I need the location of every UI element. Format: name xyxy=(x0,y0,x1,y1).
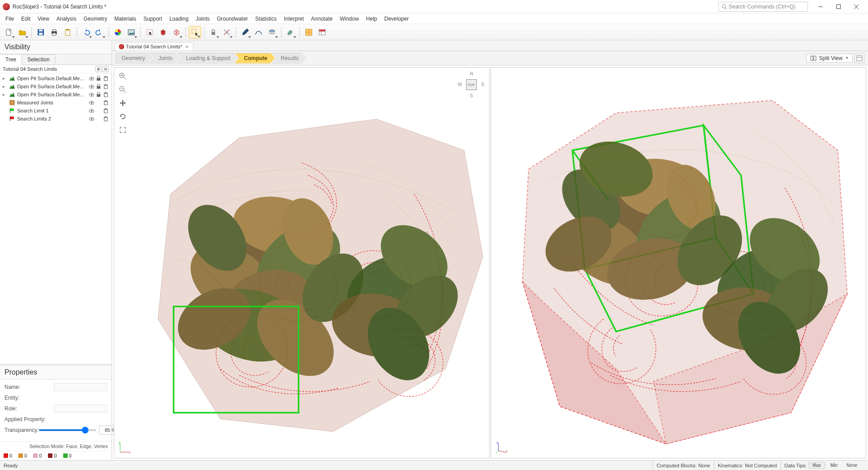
delete-icon[interactable] xyxy=(103,99,109,106)
menu-loading[interactable]: Loading xyxy=(166,14,192,23)
zoom-in-icon[interactable] xyxy=(117,70,129,82)
lock-icon[interactable] xyxy=(95,83,102,90)
document-tab[interactable]: Tutorial 04 Search Limits* ✕ xyxy=(115,42,194,51)
minimize-button[interactable] xyxy=(812,0,829,13)
lock-icon[interactable] xyxy=(95,91,102,98)
eye-icon[interactable] xyxy=(88,75,95,82)
menu-window[interactable]: Window xyxy=(336,14,363,23)
menu-statistics[interactable]: Statistics xyxy=(251,14,280,23)
compass-w: W xyxy=(458,82,462,87)
datatips-none-button[interactable]: None xyxy=(843,462,861,468)
cube-solid-button[interactable] xyxy=(157,26,169,39)
expand-icon[interactable]: ▸ xyxy=(3,76,7,81)
tree-node[interactable]: ▸Open Pit Surface.Default.Mesh_ext. xyxy=(0,74,112,82)
pan-icon[interactable] xyxy=(117,97,129,109)
datatips-max-button[interactable]: Max xyxy=(808,462,825,469)
expand-all-icon[interactable]: ⊕ xyxy=(95,66,102,72)
tree-node[interactable]: Measured Joints xyxy=(0,99,112,107)
new-file-button[interactable] xyxy=(3,26,15,39)
menu-geometry[interactable]: Geometry xyxy=(80,14,111,23)
close-button[interactable] xyxy=(847,0,865,13)
paint-tool-button[interactable] xyxy=(284,26,297,39)
workflow-step-joints[interactable]: Joints xyxy=(149,53,180,64)
tree-node[interactable]: Search Limit 1 xyxy=(0,107,112,115)
viewport-right[interactable]: xz xyxy=(491,67,867,458)
viewport-tools xyxy=(117,70,129,136)
collapse-all-icon[interactable]: ⊖ xyxy=(103,66,109,72)
delete-icon[interactable] xyxy=(103,91,109,98)
view-properties-button[interactable] xyxy=(855,53,864,63)
menu-help[interactable]: Help xyxy=(363,14,381,23)
pen-tool-button[interactable] xyxy=(239,26,251,39)
workflow-step-loading-support[interactable]: Loading & Support xyxy=(177,53,238,64)
tab-tree[interactable]: Tree xyxy=(0,54,22,65)
delete-icon[interactable] xyxy=(103,75,109,82)
eye-icon[interactable] xyxy=(88,108,95,114)
view-mode-dropdown[interactable]: Split View ▼ xyxy=(806,54,853,63)
lock-button[interactable] xyxy=(207,26,220,39)
compass-widget[interactable]: TOP N S E W xyxy=(458,71,485,98)
menu-interpret[interactable]: Interpret xyxy=(280,14,307,23)
cube-wire-button[interactable] xyxy=(170,26,183,39)
redo-button[interactable] xyxy=(93,26,106,39)
tab-selection[interactable]: Selection xyxy=(22,54,55,65)
menu-analysis[interactable]: Analysis xyxy=(53,14,80,23)
datatips-min-button[interactable]: Min xyxy=(827,462,841,468)
menu-developer[interactable]: Developer xyxy=(381,14,413,23)
zoom-out-icon[interactable] xyxy=(117,84,129,95)
expand-icon[interactable]: ▸ xyxy=(3,84,7,89)
grid-button[interactable] xyxy=(302,26,315,39)
delete-icon[interactable] xyxy=(103,108,109,114)
undo-button[interactable] xyxy=(80,26,92,39)
menu-edit[interactable]: Edit xyxy=(17,14,34,23)
tree-node[interactable]: ▸Open Pit Surface.Default.Mesh_ext. xyxy=(0,91,112,99)
status-datatips: Data Tips: Max Min None xyxy=(781,461,864,470)
delete-icon[interactable] xyxy=(103,116,109,122)
eye-icon[interactable] xyxy=(88,83,95,90)
save-button[interactable] xyxy=(35,26,47,39)
table-button[interactable] xyxy=(316,26,328,39)
expand-icon[interactable]: ▸ xyxy=(3,92,7,97)
tree-node[interactable]: Search Limits 2 xyxy=(0,115,112,123)
menu-support[interactable]: Support xyxy=(140,14,166,23)
clipboard-button[interactable] xyxy=(61,26,74,39)
lock-icon[interactable] xyxy=(95,75,102,82)
layers-button[interactable] xyxy=(266,26,278,39)
open-file-button[interactable] xyxy=(16,26,29,39)
spline-tool-button[interactable] xyxy=(252,26,265,39)
delete-icon[interactable] xyxy=(103,83,109,90)
eye-icon[interactable] xyxy=(88,91,95,98)
maximize-button[interactable] xyxy=(829,0,847,13)
color-wheel-button[interactable] xyxy=(112,26,124,39)
svg-rect-29 xyxy=(319,30,325,31)
prop-role-field[interactable] xyxy=(54,405,107,413)
compass-top[interactable]: TOP xyxy=(466,79,477,90)
prop-name-field[interactable] xyxy=(54,383,107,391)
menu-file[interactable]: File xyxy=(2,14,17,23)
viewport-left[interactable]: TOP N S E W xy xyxy=(114,67,490,458)
transparency-slider[interactable] xyxy=(39,429,96,431)
svg-text:x: x xyxy=(506,449,508,453)
close-tab-icon[interactable]: ✕ xyxy=(184,44,190,49)
menu-joints[interactable]: Joints xyxy=(192,14,213,23)
menu-groundwater[interactable]: Groundwater xyxy=(213,14,251,23)
eye-icon[interactable] xyxy=(88,99,95,106)
workflow-step-compute[interactable]: Compute xyxy=(234,53,275,64)
workflow-step-geometry[interactable]: Geometry xyxy=(116,53,153,64)
unlink-button[interactable] xyxy=(220,26,233,39)
workflow-step-results[interactable]: Results xyxy=(271,53,306,64)
tree-node[interactable]: ▸Open Pit Surface.Default.Mesh_ext. xyxy=(0,82,112,91)
search-commands-input[interactable]: Search Commands (Ctrl+Q) xyxy=(718,2,808,12)
menu-annotate[interactable]: Annotate xyxy=(307,14,336,23)
menu-view[interactable]: View xyxy=(34,14,53,23)
tree-root-label: Tutorial 04 Search Limits xyxy=(3,66,95,72)
eye-icon[interactable] xyxy=(88,116,95,122)
svg-rect-39 xyxy=(104,85,108,89)
image-button[interactable] xyxy=(125,26,138,39)
print-button[interactable] xyxy=(48,26,60,39)
select-button[interactable] xyxy=(143,26,156,39)
rotate-icon[interactable] xyxy=(117,111,129,122)
menu-materials[interactable]: Materials xyxy=(111,14,140,23)
marquee-select-button[interactable] xyxy=(189,26,201,39)
fullscreen-icon[interactable] xyxy=(117,124,129,136)
